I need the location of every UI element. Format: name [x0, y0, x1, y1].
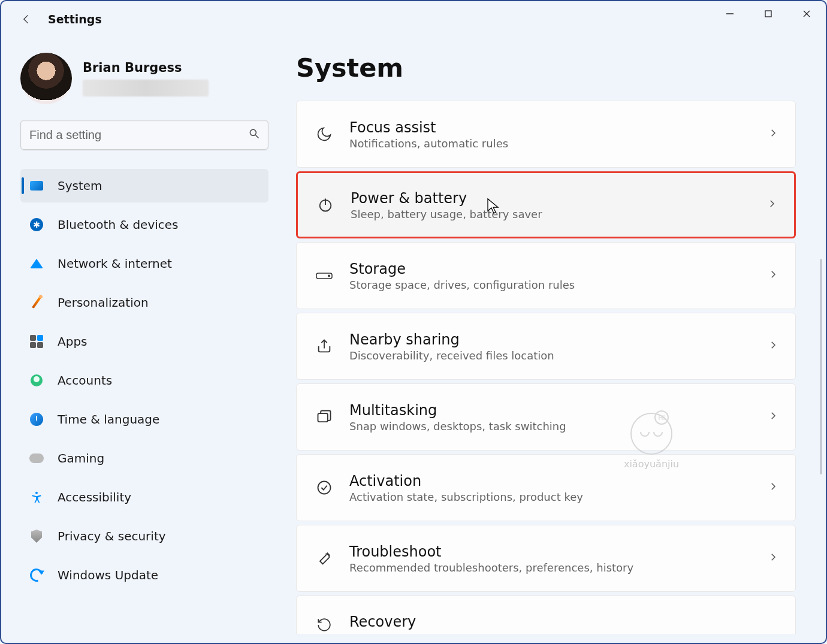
card-troubleshoot[interactable]: Troubleshoot Recommended troubleshooters… [296, 525, 796, 592]
sidebar-item-time[interactable]: Time & language [20, 403, 268, 436]
sidebar-item-accessibility[interactable]: Accessibility [20, 480, 268, 514]
drive-icon [311, 270, 337, 282]
card-title: Recovery [349, 613, 778, 630]
svg-point-12 [318, 482, 331, 494]
svg-rect-1 [765, 11, 771, 17]
chevron-right-icon [768, 481, 778, 494]
card-title: Power & battery [351, 190, 766, 207]
nav-list: System ✱ Bluetooth & devices Network & i… [20, 169, 268, 592]
sidebar-item-label: Time & language [58, 412, 159, 427]
sidebar-item-label: Personalization [58, 295, 149, 310]
recovery-icon [311, 617, 337, 633]
power-icon [312, 196, 339, 213]
card-sub: Notifications, automatic rules [349, 137, 768, 150]
minimize-button[interactable] [711, 1, 749, 26]
sidebar-item-gaming[interactable]: Gaming [20, 442, 268, 475]
page-title: System [296, 53, 796, 83]
wrench-icon [311, 550, 337, 567]
sidebar-item-label: Bluetooth & devices [58, 217, 179, 232]
card-sub: Recommended troubleshooters, preferences… [349, 561, 768, 574]
sidebar-item-label: System [58, 179, 102, 193]
chevron-right-icon [768, 128, 778, 141]
sidebar-item-update[interactable]: Windows Update [20, 558, 268, 592]
apps-icon [29, 334, 44, 349]
sidebar-item-label: Network & internet [58, 256, 172, 271]
sidebar-item-network[interactable]: Network & internet [20, 247, 268, 280]
svg-rect-11 [318, 413, 328, 422]
svg-point-6 [35, 492, 38, 494]
windows-icon [311, 409, 337, 425]
card-sub: Snap windows, desktops, task switching [349, 420, 768, 433]
moon-icon [311, 126, 337, 143]
card-sub: Activation state, subscriptions, product… [349, 491, 768, 503]
app-title: Settings [48, 13, 102, 26]
avatar [20, 53, 72, 104]
chevron-right-icon [768, 552, 778, 565]
card-sub: Storage space, drives, configuration rul… [349, 279, 768, 291]
card-recovery[interactable]: Recovery [296, 595, 796, 634]
check-circle-icon [311, 479, 337, 496]
person-icon [29, 373, 44, 388]
sidebar-item-label: Accounts [58, 373, 112, 388]
user-name: Brian Burgess [83, 61, 209, 75]
chevron-right-icon [768, 269, 778, 282]
sidebar-item-label: Windows Update [58, 568, 158, 582]
svg-line-5 [256, 135, 259, 138]
sidebar-item-accounts[interactable]: Accounts [20, 364, 268, 397]
card-title: Nearby sharing [349, 331, 768, 348]
card-storage[interactable]: Storage Storage space, drives, configura… [296, 242, 796, 309]
chevron-right-icon [768, 410, 778, 424]
search-input[interactable] [20, 120, 268, 150]
sidebar-item-label: Gaming [58, 451, 104, 465]
main-panel: System Focus assist Notifications, autom… [289, 37, 826, 643]
card-sub: Sleep, battery usage, battery saver [351, 208, 766, 220]
card-title: Focus assist [349, 119, 768, 136]
bluetooth-icon: ✱ [29, 217, 44, 232]
sidebar: Brian Burgess System ✱ Bluetooth & devic… [1, 37, 289, 643]
chevron-right-icon [768, 340, 778, 353]
gamepad-icon [29, 451, 44, 466]
sidebar-item-personalization[interactable]: Personalization [20, 286, 268, 319]
system-icon [29, 178, 44, 193]
sidebar-item-label: Accessibility [58, 490, 131, 504]
search-wrap [20, 120, 268, 150]
card-activation[interactable]: Activation Activation state, subscriptio… [296, 454, 796, 521]
svg-point-10 [328, 275, 330, 276]
card-title: Multitasking [349, 402, 768, 419]
card-focus-assist[interactable]: Focus assist Notifications, automatic ru… [296, 101, 796, 168]
close-button[interactable] [787, 1, 826, 26]
search-icon [248, 128, 260, 142]
user-block[interactable]: Brian Burgess [20, 53, 268, 104]
card-title: Troubleshoot [349, 543, 768, 560]
share-icon [311, 338, 337, 355]
chevron-right-icon [766, 198, 777, 211]
accessibility-icon [29, 489, 44, 505]
card-title: Storage [349, 261, 768, 277]
card-power-battery[interactable]: Power & battery Sleep, battery usage, ba… [296, 171, 796, 238]
sidebar-item-apps[interactable]: Apps [20, 325, 268, 358]
shield-icon [29, 528, 44, 544]
back-button[interactable] [13, 6, 40, 32]
svg-point-4 [250, 129, 256, 135]
card-sub: Discoverability, received files location [349, 349, 768, 362]
user-email-redacted [83, 80, 209, 96]
settings-cards: Focus assist Notifications, automatic ru… [296, 101, 796, 634]
sidebar-item-label: Privacy & security [58, 529, 166, 543]
sidebar-item-system[interactable]: System [20, 169, 268, 202]
sidebar-item-privacy[interactable]: Privacy & security [20, 519, 268, 553]
wifi-icon [29, 256, 44, 271]
update-icon [29, 567, 44, 583]
card-nearby-sharing[interactable]: Nearby sharing Discoverability, received… [296, 313, 796, 380]
card-title: Activation [349, 473, 768, 489]
sidebar-item-label: Apps [58, 334, 87, 349]
sidebar-item-bluetooth[interactable]: ✱ Bluetooth & devices [20, 208, 268, 241]
card-multitasking[interactable]: Multitasking Snap windows, desktops, tas… [296, 383, 796, 451]
clock-icon [29, 412, 44, 427]
window-controls [711, 1, 826, 26]
maximize-button[interactable] [749, 1, 787, 26]
scrollbar[interactable] [820, 259, 822, 474]
brush-icon [29, 295, 44, 310]
title-bar: Settings [1, 1, 826, 37]
